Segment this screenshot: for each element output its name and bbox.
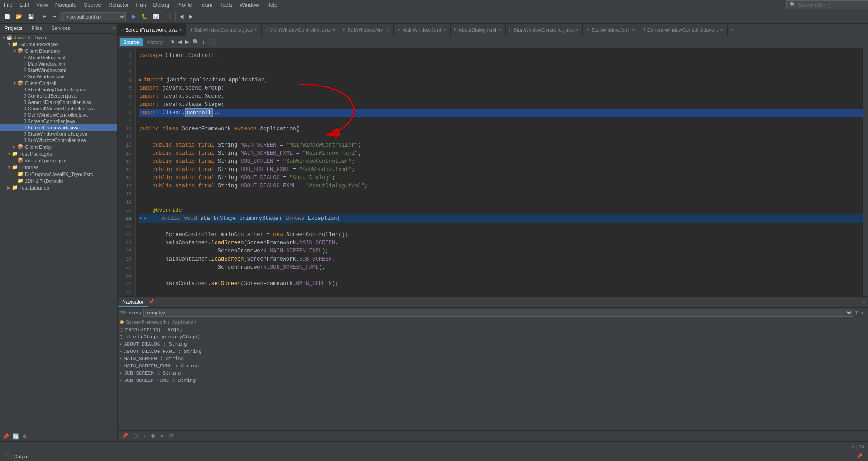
sidebar-pin-btn[interactable]: 📌 (1, 433, 10, 440)
global-search-box[interactable]: 🔍 (786, 0, 868, 9)
tree-subwindowcontroller[interactable]: J SubWindowController.java (0, 137, 117, 143)
code-content[interactable]: package Client.Controll; ▶ import javafx… (136, 48, 863, 296)
navigator-close[interactable]: ✕ (859, 297, 868, 307)
nav-item-about-dialog[interactable]: ▪ ABOUT_DIALOG : String (118, 341, 868, 348)
nav-item-about-dialog-fxml[interactable]: ▪ ABOUT_DIALOG_FXML : String (118, 348, 868, 355)
code-editor[interactable]: 1 2 3 4 5 6 7 8 9 10 11 12 13 14 (118, 48, 868, 296)
source-tab-source[interactable]: Source (120, 38, 143, 46)
debug-btn[interactable]: 🐛 (139, 12, 150, 21)
undo-btn[interactable]: ↩ (40, 12, 49, 21)
tree-client-controll[interactable]: ▼ 📦 Client.Controll (0, 80, 117, 86)
menu-edit[interactable]: Edit (16, 1, 33, 9)
profile-btn[interactable]: 📊 (151, 12, 162, 21)
nav-item-main-screen-fxml[interactable]: ▪ MAIN_SCREEN_FXML : String (118, 362, 868, 370)
tab-generalwindowcontroller[interactable]: J GeneralWindowController.java... ✕ (639, 24, 728, 36)
nav-btn-3[interactable]: ▪ (141, 432, 148, 440)
sidebar-sync-btn[interactable]: 🔄 (11, 433, 20, 440)
tab-startwindowcontroller[interactable]: J StartWindowController.java ✕ (506, 24, 583, 36)
tree-startwindowcontroller[interactable]: J StartWindowController.java (0, 131, 117, 137)
tree-screenframework[interactable]: J ScreenFramework.java (0, 124, 117, 131)
stop-btn[interactable]: ⬛ (163, 12, 173, 21)
nav-item-main[interactable]: ⬡ main(String[] args) (118, 326, 868, 333)
nav-item-sub-screen-fxml[interactable]: ▪ SUB_SCREEN_FXML : String (118, 377, 868, 384)
tab-close-gwc[interactable]: ✕ (720, 27, 724, 32)
tree-controlledscreen[interactable]: J ControlledScreen.java (0, 93, 117, 99)
tree-root[interactable]: ▼ ☕ JavaFX_Tryout (0, 34, 117, 41)
tab-close-stf[interactable]: ✕ (632, 27, 635, 32)
save-btn[interactable]: 💾 (25, 12, 36, 21)
search-input[interactable] (798, 2, 861, 8)
tab-close-swf[interactable]: ✕ (386, 27, 390, 32)
nav-btn-4[interactable]: ◉ (149, 432, 158, 440)
tree-startwindow-fxml[interactable]: F StartWindow.fxml (0, 67, 117, 73)
tree-subwindow-fxml[interactable]: F SubWindow.fxml (0, 73, 117, 80)
fold-btn-4[interactable]: ▶ (139, 76, 142, 84)
menu-run[interactable]: Run (133, 1, 150, 9)
src-btn-3[interactable]: ▶ (184, 38, 190, 45)
tree-client-boundary[interactable]: ▼ 📦 Client.Boundary (0, 48, 117, 54)
sidebar-settings-btn[interactable]: ⚙ (21, 433, 29, 440)
open-project-btn[interactable]: 📂 (14, 12, 24, 21)
tab-more-btn[interactable]: ▾ (728, 24, 736, 36)
src-btn-1[interactable]: ⊕ (169, 38, 176, 45)
menu-team[interactable]: Team (196, 1, 216, 9)
nav-btn-6[interactable]: ⚙ (167, 432, 176, 440)
menu-profile[interactable]: Profile (173, 1, 196, 9)
navigator-tab[interactable]: Navigator (118, 297, 148, 307)
tree-test-packages[interactable]: ▼ 📁 Test Packages (0, 150, 117, 157)
back-btn[interactable]: ◀ (177, 12, 186, 21)
forward-btn[interactable]: ▶ (187, 12, 195, 21)
sidebar-tab-projects[interactable]: Projects (0, 24, 27, 33)
tree-screencontroller[interactable]: J ScreenController.java (0, 118, 117, 124)
nav-item-main-screen[interactable]: ▪ MAIN_SCREEN : String (118, 355, 868, 362)
nav-sort-btn[interactable]: ⊞ (853, 309, 860, 316)
output-icon-btn[interactable]: ⬛ (4, 453, 14, 460)
tab-close-adf[interactable]: ✕ (498, 27, 502, 32)
menu-source[interactable]: Source (80, 1, 105, 9)
tab-mainwindowcontroller[interactable]: J MainWindowController.java ✕ (262, 24, 339, 36)
sidebar-tab-services[interactable]: Services (47, 24, 75, 33)
tab-close-swc[interactable]: ✕ (254, 27, 258, 32)
tab-close-mwc[interactable]: ✕ (331, 27, 335, 32)
tree-aboutdialogcontroller[interactable]: J AboutDialogController.java (0, 86, 117, 93)
tab-subwindowcontroller[interactable]: J SubWindowController.java ✕ (186, 24, 262, 36)
editor-scrollbar[interactable] (863, 48, 868, 296)
nav-item-sub-screen[interactable]: ▪ SUB_SCREEN : String (118, 370, 868, 377)
nav-item-start[interactable]: ⬡ start(Stage primaryStage) (118, 333, 868, 341)
tree-source-packages[interactable]: ▼ 📁 Source Packages (0, 41, 117, 48)
menu-navigate[interactable]: Navigate (52, 1, 80, 9)
source-tab-history[interactable]: History (144, 38, 166, 46)
output-pin-btn[interactable]: 📌 (854, 453, 864, 460)
new-project-btn[interactable]: 📄 (2, 12, 13, 21)
tree-client-entity[interactable]: ▶ 📦 Client.Entity (0, 143, 117, 150)
navigator-pin[interactable]: 📌 (148, 297, 155, 307)
tree-aboutdialog-fxml[interactable]: F AboutDialog.fxml (0, 54, 117, 61)
src-btn-6[interactable]: ⬛ (207, 38, 216, 45)
src-btn-2[interactable]: ◀ (177, 38, 183, 45)
run-btn[interactable]: ▶ (130, 12, 138, 21)
tree-mainwindow-fxml[interactable]: F MainWindow.fxml (0, 61, 117, 67)
tree-dropbox-src[interactable]: 📁 D:\Dropbox\JavaFX_Tryout\src (0, 171, 117, 177)
members-filter-select[interactable]: <empty> (143, 309, 853, 317)
menu-file[interactable]: File (0, 1, 16, 9)
tab-subwindow-fxml[interactable]: F SubWindow.fxml ✕ (339, 24, 393, 36)
menu-help[interactable]: Help (263, 1, 281, 9)
src-btn-4[interactable]: 🔍 (191, 38, 200, 45)
menu-window[interactable]: Window (236, 1, 263, 9)
tab-close-stc[interactable]: ✕ (575, 27, 579, 32)
menu-view[interactable]: View (33, 1, 52, 9)
autocomplete-popup[interactable]: Controll (185, 108, 213, 117)
config-dropdown[interactable]: <default config> (62, 12, 126, 21)
nav-filter-btn[interactable]: ▾ (860, 309, 865, 316)
sidebar-pin-btn[interactable]: ✕ (110, 24, 117, 33)
menu-refactor[interactable]: Refactor (105, 1, 132, 9)
fold-btn-21[interactable]: ▶ (144, 214, 146, 223)
tree-jdk[interactable]: 📁 JDK 1.7 (Default) (0, 177, 117, 184)
nav-btn-1[interactable]: 📌 (120, 432, 130, 440)
nav-btn-5[interactable]: ≡ (158, 432, 166, 440)
tab-close-sf[interactable]: ✕ (178, 27, 182, 32)
sidebar-tab-files[interactable]: Files (27, 24, 47, 33)
tab-mainwindow-fxml[interactable]: F MainWindow.fxml ✕ (394, 24, 451, 36)
menu-debug[interactable]: Debug (150, 1, 173, 9)
tree-generalwindowcontroller[interactable]: J GeneralWindowController.java (0, 105, 117, 112)
